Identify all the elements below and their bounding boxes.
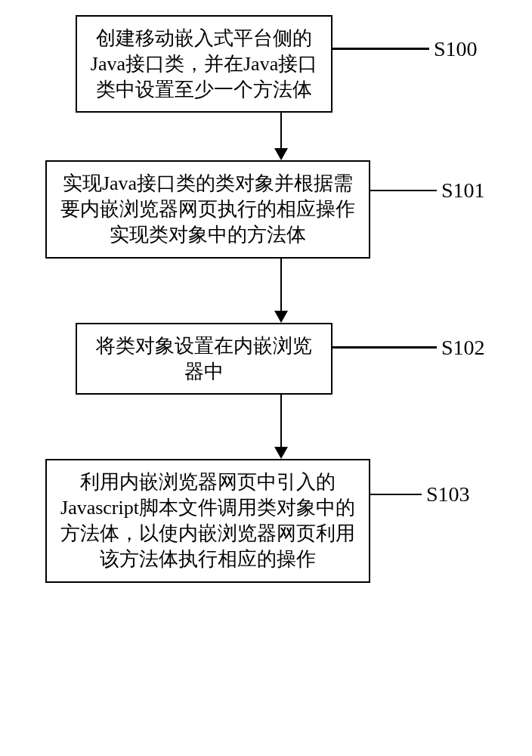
connector-line: S101 — [369, 178, 485, 203]
connector-line: S100 — [331, 37, 478, 61]
step-box: 将类对象设置在内嵌浏览器中 — [76, 323, 332, 395]
step-s102: 将类对象设置在内嵌浏览器中 S102 — [45, 323, 517, 395]
step-text: 创建移动嵌入式平台侧的Java接口类，并在Java接口类中设置至少一个方法体 — [91, 27, 317, 101]
step-text: 将类对象设置在内嵌浏览器中 — [96, 335, 312, 383]
step-s103: 利用内嵌浏览器网页中引入的Javascript脚本文件调用类对象中的方法体，以使… — [45, 459, 517, 582]
step-label: S102 — [441, 336, 485, 360]
step-text: 利用内嵌浏览器网页中引入的Javascript脚本文件调用类对象中的方法体，以使… — [60, 471, 355, 569]
arrow-s101-s102 — [119, 259, 444, 323]
step-s101: 实现Java接口类的类对象并根据需要内嵌浏览器网页执行的相应操作实现类对象中的方… — [45, 160, 517, 258]
step-label: S101 — [441, 178, 485, 203]
connector-line: S102 — [331, 336, 485, 360]
step-label: S103 — [426, 482, 470, 507]
arrow-down-icon — [274, 447, 288, 459]
arrow-s100-s101 — [119, 113, 444, 160]
step-box: 创建移动嵌入式平台侧的Java接口类，并在Java接口类中设置至少一个方法体 — [76, 15, 332, 113]
step-text: 实现Java接口类的类对象并根据需要内嵌浏览器网页执行的相应操作实现类对象中的方… — [60, 172, 355, 246]
connector-line: S103 — [369, 482, 470, 507]
step-label: S100 — [434, 37, 478, 61]
arrow-down-icon — [274, 311, 288, 323]
arrow-down-icon — [274, 148, 288, 160]
step-s100: 创建移动嵌入式平台侧的Java接口类，并在Java接口类中设置至少一个方法体 S… — [45, 15, 517, 113]
arrow-s102-s103 — [119, 395, 444, 459]
step-box: 实现Java接口类的类对象并根据需要内嵌浏览器网页执行的相应操作实现类对象中的方… — [45, 160, 370, 258]
step-box: 利用内嵌浏览器网页中引入的Javascript脚本文件调用类对象中的方法体，以使… — [45, 459, 370, 582]
flowchart: 创建移动嵌入式平台侧的Java接口类，并在Java接口类中设置至少一个方法体 S… — [15, 15, 517, 583]
